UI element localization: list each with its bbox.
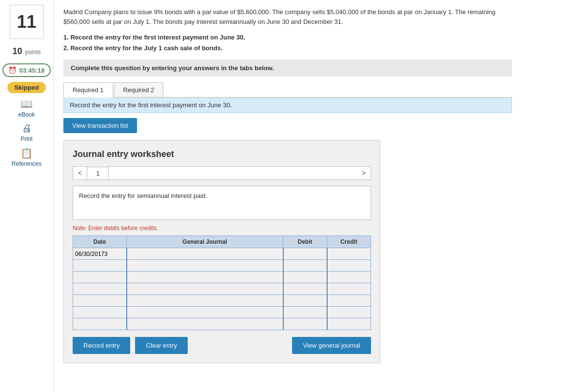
table-row (73, 248, 371, 260)
timer-badge: ⏰ 03:45:18 (2, 63, 50, 77)
journal-cell-2[interactable] (127, 272, 283, 283)
tabs-row: Required 1 Required 2 (63, 82, 512, 98)
journal-cell-3[interactable] (127, 283, 283, 295)
credit-input-3[interactable] (330, 286, 369, 293)
pagination-row: < 1 > (73, 166, 371, 180)
date-cell-4[interactable] (73, 295, 127, 307)
debit-cell-1[interactable] (283, 260, 327, 272)
credit-cell-0[interactable] (327, 248, 371, 260)
journal-cell-5[interactable] (127, 307, 283, 318)
credit-input-6[interactable] (330, 321, 369, 328)
instruction1: 1. Record the entry for the first intere… (63, 34, 245, 41)
debit-cell-5[interactable] (283, 307, 327, 318)
debit-input-4[interactable] (286, 297, 325, 304)
journal-cell-0[interactable] (127, 248, 283, 260)
points-value: 10 (12, 46, 22, 57)
problem-description: Madrid Company plans to issue 9% bonds w… (63, 7, 502, 26)
journal-table: Date General Journal Debit Credit (73, 235, 371, 330)
journal-input-2[interactable] (129, 274, 281, 281)
view-general-journal-button[interactable]: View general journal (292, 337, 371, 354)
date-input-6[interactable] (75, 321, 124, 328)
table-row (73, 283, 371, 295)
credit-input-2[interactable] (330, 274, 369, 281)
print-icon: 🖨 (22, 123, 32, 134)
debit-input-2[interactable] (286, 274, 325, 281)
date-cell-2[interactable] (73, 272, 127, 283)
page-next-button[interactable]: > (108, 166, 371, 180)
credit-cell-1[interactable] (327, 260, 371, 272)
table-row (73, 260, 371, 272)
timer-display: 03:45:18 (19, 67, 44, 74)
date-input-1[interactable] (75, 262, 124, 269)
points-label: points (25, 49, 41, 56)
debit-cell-6[interactable] (283, 318, 327, 330)
page-prev-button[interactable]: < (73, 166, 87, 180)
complete-banner: Complete this question by entering your … (63, 59, 512, 77)
tab-required1[interactable]: Required 1 (63, 82, 113, 98)
col-header-credit: Credit (327, 236, 371, 248)
ebook-label: eBook (18, 111, 35, 118)
credit-input-1[interactable] (330, 262, 369, 269)
date-cell-0[interactable] (73, 248, 127, 260)
credit-cell-6[interactable] (327, 318, 371, 330)
references-tool[interactable]: 📋 References (12, 147, 41, 167)
bottom-buttons: Record entry Clear entry View general jo… (73, 337, 371, 354)
journal-input-1[interactable] (129, 262, 281, 269)
date-input-0[interactable] (75, 251, 124, 257)
journal-cell-4[interactable] (127, 295, 283, 307)
col-header-journal: General Journal (127, 236, 283, 248)
debit-input-0[interactable] (286, 251, 325, 257)
problem-instructions: 1. Record the entry for the first intere… (63, 32, 578, 54)
debit-input-5[interactable] (286, 309, 325, 316)
entry-description: Record the entry for semiannual interest… (73, 186, 371, 220)
debit-cell-4[interactable] (283, 295, 327, 307)
journal-input-0[interactable] (129, 251, 281, 257)
credit-input-4[interactable] (330, 297, 369, 304)
print-label: Print (20, 136, 33, 142)
table-row (73, 318, 371, 330)
credit-cell-4[interactable] (327, 295, 371, 307)
references-icon: 📋 (20, 147, 33, 159)
journal-input-5[interactable] (129, 309, 281, 316)
col-header-date: Date (73, 236, 127, 248)
date-input-5[interactable] (75, 309, 124, 316)
debit-input-1[interactable] (286, 262, 325, 269)
date-input-4[interactable] (75, 297, 124, 304)
skipped-badge: Skipped (7, 82, 46, 93)
credit-cell-2[interactable] (327, 272, 371, 283)
table-row (73, 272, 371, 283)
debit-cell-0[interactable] (283, 248, 327, 260)
record-entry-button[interactable]: Record entry (73, 337, 130, 354)
ebook-tool[interactable]: 📖 eBook (18, 98, 35, 118)
date-cell-1[interactable] (73, 260, 127, 272)
page-number: 1 (87, 167, 108, 180)
debit-input-3[interactable] (286, 286, 325, 293)
date-cell-3[interactable] (73, 283, 127, 295)
view-transaction-list-button[interactable]: View transaction list (63, 118, 137, 133)
info-bar: Record the entry for the first interest … (63, 98, 512, 113)
credit-cell-3[interactable] (327, 283, 371, 295)
debit-cell-3[interactable] (283, 283, 327, 295)
table-row (73, 307, 371, 318)
journal-input-3[interactable] (129, 286, 281, 293)
journal-input-6[interactable] (129, 321, 281, 328)
timer-icon: ⏰ (8, 66, 17, 74)
references-label: References (12, 160, 41, 167)
journal-cell-6[interactable] (127, 318, 283, 330)
credit-input-0[interactable] (330, 251, 369, 257)
journal-cell-1[interactable] (127, 260, 283, 272)
credit-cell-5[interactable] (327, 307, 371, 318)
debit-input-6[interactable] (286, 321, 325, 328)
ebook-icon: 📖 (20, 98, 33, 110)
clear-entry-button[interactable]: Clear entry (135, 337, 188, 354)
credit-input-5[interactable] (330, 309, 369, 316)
journal-input-4[interactable] (129, 297, 281, 304)
date-cell-6[interactable] (73, 318, 127, 330)
print-tool[interactable]: 🖨 Print (20, 123, 33, 142)
date-input-3[interactable] (75, 286, 124, 293)
problem-number: 11 (10, 5, 44, 39)
date-input-2[interactable] (75, 274, 124, 281)
tab-required2[interactable]: Required 2 (114, 82, 164, 97)
date-cell-5[interactable] (73, 307, 127, 318)
debit-cell-2[interactable] (283, 272, 327, 283)
